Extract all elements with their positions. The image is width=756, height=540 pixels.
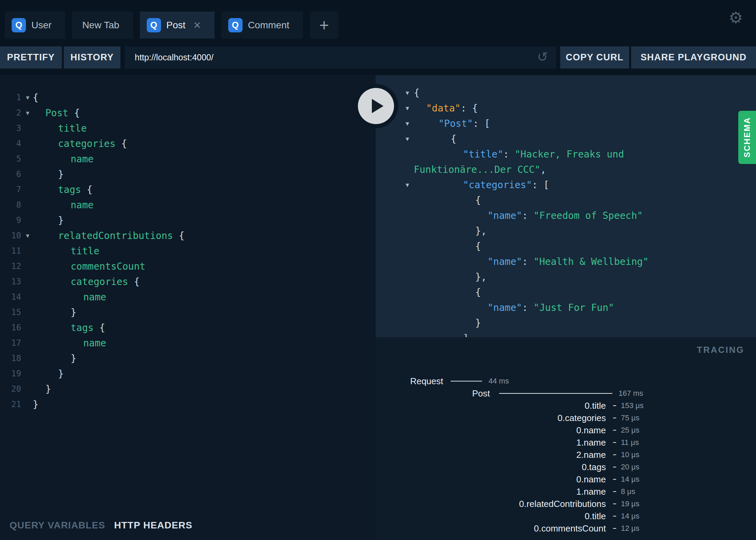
response-line: { bbox=[376, 239, 756, 254]
query-code: categories { bbox=[71, 274, 140, 289]
line-number: 8 bbox=[0, 197, 21, 213]
query-line: 15} bbox=[0, 305, 376, 320]
trace-resolver-label: Request bbox=[410, 375, 443, 387]
code-token: "name" bbox=[488, 210, 522, 221]
fold-arrow-icon[interactable]: ▾ bbox=[403, 85, 412, 101]
response-line: { bbox=[376, 193, 756, 208]
trace-resolver-label: 0.categories bbox=[557, 412, 606, 424]
code-token: "Hacker, Freaks und bbox=[515, 149, 624, 160]
trace-duration: 25 μs bbox=[621, 424, 639, 436]
reload-icon[interactable]: ↺ bbox=[537, 49, 548, 64]
fold-arrow-icon[interactable]: ▾ bbox=[23, 228, 32, 243]
query-line: 21} bbox=[0, 397, 376, 412]
code-token: { bbox=[475, 287, 481, 298]
close-tab-icon[interactable]: × bbox=[194, 19, 201, 31]
history-button[interactable]: HISTORY bbox=[64, 46, 120, 69]
tab-post[interactable]: QPost× bbox=[140, 12, 215, 39]
query-line: 9} bbox=[0, 213, 376, 228]
response-line: ] bbox=[376, 331, 756, 337]
execute-query-button[interactable] bbox=[354, 84, 398, 128]
code-token: , bbox=[540, 164, 546, 175]
fold-arrow-icon[interactable]: ▾ bbox=[23, 90, 32, 105]
trace-duration: 75 μs bbox=[621, 412, 639, 424]
code-token: "categories" bbox=[463, 179, 532, 191]
trace-resolver-label: 0.title bbox=[585, 510, 606, 522]
code-token: } bbox=[58, 215, 64, 226]
query-line: 17name bbox=[0, 335, 376, 351]
response-code: Funktionäre...Der CCC", bbox=[414, 162, 546, 177]
code-token: tags bbox=[58, 184, 81, 195]
response-code: ] bbox=[463, 331, 469, 337]
query-code: name bbox=[71, 151, 93, 167]
response-line: } bbox=[376, 315, 756, 331]
code-token: categories bbox=[71, 276, 128, 287]
fold-arrow-icon[interactable]: ▾ bbox=[403, 116, 412, 131]
code-token: : { bbox=[461, 103, 478, 114]
code-token: { bbox=[68, 107, 80, 119]
trace-duration: 10 μs bbox=[621, 449, 639, 461]
code-token: } bbox=[71, 353, 76, 364]
response-code: "name": "Health & Wellbeing" bbox=[488, 254, 649, 269]
http-headers-toggle[interactable]: HTTP HEADERS bbox=[114, 520, 192, 531]
code-token: commentsCount bbox=[71, 261, 145, 272]
response-line: ▾"categories": [ bbox=[376, 177, 756, 193]
response-code: { bbox=[475, 193, 481, 208]
trace-duration: 20 μs bbox=[621, 461, 639, 473]
code-token: : bbox=[522, 256, 534, 267]
query-line: 11title bbox=[0, 243, 376, 259]
trace-duration: 11 μs bbox=[621, 436, 639, 449]
fold-arrow-icon[interactable]: ▾ bbox=[403, 101, 412, 116]
share-playground-button[interactable]: SHARE PLAYGROUND bbox=[631, 46, 756, 69]
schema-tab[interactable]: SCHEMA bbox=[738, 111, 756, 164]
code-token: "Health & Wellbeing" bbox=[534, 256, 649, 267]
trace-row: 0.title153 μs bbox=[376, 400, 756, 412]
url-input[interactable] bbox=[125, 52, 556, 62]
query-code: name bbox=[71, 197, 93, 213]
code-token: { bbox=[33, 92, 39, 103]
new-tab-button[interactable]: + bbox=[310, 12, 338, 39]
query-editor[interactable]: 1▾{2▾Post {3title4categories {5name6}7ta… bbox=[0, 75, 376, 540]
query-line: 7tags { bbox=[0, 182, 376, 197]
trace-duration: 19 μs bbox=[621, 498, 639, 510]
code-token: title bbox=[58, 123, 87, 134]
copy-curl-button[interactable]: COPY CURL bbox=[560, 46, 629, 69]
trace-dash bbox=[613, 442, 616, 443]
trace-duration: 12 μs bbox=[621, 522, 639, 535]
settings-gear-icon[interactable]: ⚙ bbox=[729, 10, 743, 26]
code-token: { bbox=[93, 322, 105, 333]
tab-comment[interactable]: QComment bbox=[221, 12, 303, 39]
line-number: 7 bbox=[0, 182, 21, 197]
query-code: } bbox=[58, 167, 64, 182]
tracing-title[interactable]: TRACING bbox=[697, 345, 744, 355]
fold-arrow-icon[interactable]: ▾ bbox=[23, 105, 32, 121]
trace-dash bbox=[613, 479, 616, 480]
trace-resolver-label: 2.name bbox=[576, 449, 606, 461]
query-line: 4categories { bbox=[0, 136, 376, 151]
query-editor-lines: 1▾{2▾Post {3title4categories {5name6}7ta… bbox=[0, 90, 376, 412]
fold-arrow-icon[interactable]: ▾ bbox=[403, 131, 412, 147]
trace-row: 0.name14 μs bbox=[376, 473, 756, 485]
trace-dash bbox=[613, 528, 616, 529]
response-line: ▾"Post": [ bbox=[376, 116, 756, 131]
line-number: 19 bbox=[0, 366, 21, 381]
trace-row: 2.name10 μs bbox=[376, 449, 756, 461]
line-number: 17 bbox=[0, 335, 21, 351]
query-variables-toggle[interactable]: QUERY VARIABLES bbox=[10, 520, 105, 531]
code-token: Post bbox=[45, 107, 68, 119]
tab-user[interactable]: QUser bbox=[5, 12, 65, 39]
line-number: 4 bbox=[0, 136, 21, 151]
trace-duration: 44 ms bbox=[489, 375, 509, 387]
fold-arrow-icon[interactable]: ▾ bbox=[403, 177, 412, 193]
trace-resolver-label: Post bbox=[472, 387, 490, 400]
prettify-button[interactable]: PRETTIFY bbox=[0, 46, 62, 69]
code-token: "Post" bbox=[438, 118, 473, 129]
code-token: categories bbox=[58, 138, 116, 149]
code-token: { bbox=[475, 241, 481, 252]
tab-new-tab[interactable]: New Tab bbox=[72, 12, 133, 39]
query-line: 10▾relatedContributions { bbox=[0, 228, 376, 243]
query-code: title bbox=[58, 121, 87, 136]
query-code: commentsCount bbox=[71, 259, 145, 274]
response-line: "name": "Freedom of Speech" bbox=[376, 208, 756, 223]
line-number: 18 bbox=[0, 351, 21, 366]
code-token: { bbox=[475, 195, 481, 206]
